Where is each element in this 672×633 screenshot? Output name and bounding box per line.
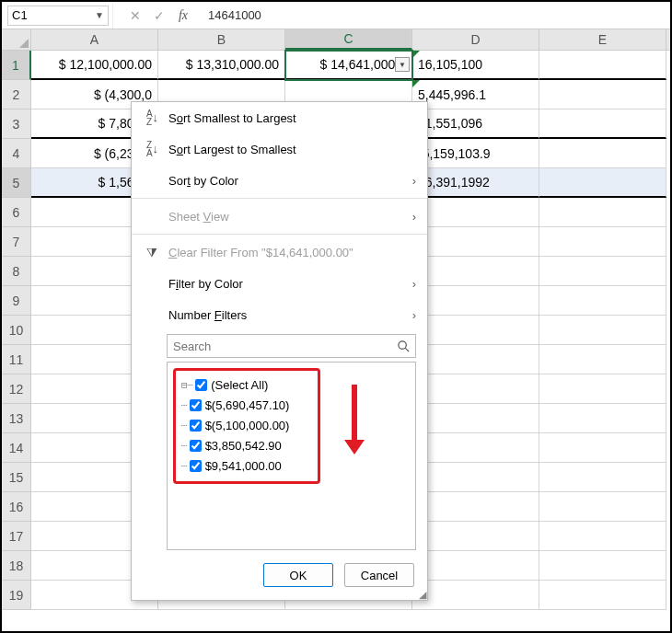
sort-desc[interactable]: ZA↓ Sort Largest to Smallest <box>132 133 427 165</box>
ok-button[interactable]: OK <box>263 563 333 587</box>
cell[interactable] <box>412 286 539 316</box>
checkbox[interactable] <box>190 399 202 411</box>
cell[interactable]: -5,159,103.9 <box>412 139 539 168</box>
cell[interactable] <box>539 227 666 257</box>
cell[interactable]: 16,105,100 <box>412 51 539 80</box>
cell[interactable] <box>539 433 666 463</box>
cell[interactable] <box>539 139 666 168</box>
row-header[interactable]: 14 <box>2 433 31 463</box>
col-header-E[interactable]: E <box>539 29 666 50</box>
cell[interactable]: 5,445,996.1 <box>412 80 539 109</box>
col-header-D[interactable]: D <box>412 29 539 50</box>
separator <box>132 234 427 235</box>
row-header[interactable]: 5 <box>2 168 31 198</box>
cell[interactable]: $ 12,100,000.00 <box>31 51 158 80</box>
cell[interactable] <box>412 227 539 257</box>
clear-filter: ⧩ Clear Filter From "$14,641,000.00" <box>132 236 427 268</box>
row-header[interactable]: 12 <box>2 374 31 404</box>
cell[interactable] <box>539 198 666 227</box>
sheet-view: Sheet View › <box>132 201 427 232</box>
filter-check-item[interactable]: ┈$3,850,542.90 <box>181 435 310 455</box>
sort-by-color[interactable]: Sort by Color › <box>132 165 427 196</box>
cell[interactable] <box>412 551 539 581</box>
checkbox[interactable] <box>190 440 202 452</box>
cell[interactable]: $ 13,310,000.00 <box>158 51 285 80</box>
col-header-C[interactable]: C <box>285 29 412 50</box>
cell[interactable] <box>412 374 539 404</box>
row-header[interactable]: 11 <box>2 345 31 374</box>
filter-search[interactable] <box>167 334 416 358</box>
cell[interactable] <box>539 374 666 404</box>
row-header[interactable]: 3 <box>2 109 31 139</box>
row-header[interactable]: 10 <box>2 316 31 345</box>
cell[interactable] <box>412 463 539 492</box>
cell[interactable] <box>412 198 539 227</box>
filter-check-item[interactable]: ┈$(5,100,000.00) <box>181 415 310 435</box>
svg-point-0 <box>398 340 405 348</box>
row-header[interactable]: 6 <box>2 198 31 227</box>
row-header[interactable]: 16 <box>2 492 31 522</box>
cell[interactable] <box>539 51 666 80</box>
row-header[interactable]: 13 <box>2 404 31 433</box>
filter-toggle-button[interactable]: ▼ <box>395 57 410 72</box>
filter-values-list[interactable]: ⊟┈(Select All) ┈$(5,690,457.10) ┈$(5,100… <box>167 362 416 550</box>
cell[interactable] <box>539 345 666 374</box>
cell[interactable] <box>539 168 666 198</box>
row-header[interactable]: 1 <box>2 51 31 80</box>
filter-search-input[interactable] <box>168 340 391 353</box>
cell[interactable] <box>539 463 666 492</box>
row-header[interactable]: 2 <box>2 80 31 109</box>
checkbox[interactable] <box>195 379 207 391</box>
checkbox[interactable] <box>190 460 202 472</box>
cell[interactable] <box>539 551 666 581</box>
cell[interactable] <box>539 316 666 345</box>
data-row: 1$ 12,100,000.00$ 13,310,000.00$ 14,641,… <box>2 51 670 80</box>
number-filters[interactable]: Number Filters › <box>132 299 427 330</box>
col-header-B[interactable]: B <box>158 29 285 50</box>
formula-input[interactable]: 14641000 <box>195 8 670 22</box>
checkbox[interactable] <box>190 420 202 432</box>
cell[interactable] <box>412 257 539 286</box>
cell[interactable] <box>539 257 666 286</box>
cell[interactable] <box>412 492 539 522</box>
cell[interactable] <box>412 404 539 433</box>
filter-by-color[interactable]: Filter by Color › <box>132 268 427 299</box>
row-header[interactable]: 9 <box>2 286 31 316</box>
cell[interactable]: 16,391,1992 <box>412 168 539 198</box>
cell[interactable] <box>412 433 539 463</box>
row-header[interactable]: 18 <box>2 551 31 581</box>
cell[interactable]: $ 14,641,000.0▼ <box>285 51 412 80</box>
filter-check-item[interactable]: ┈$(5,690,457.10) <box>181 395 310 415</box>
sort-asc[interactable]: AZ↓ Sort Smallest to Largest <box>132 102 427 133</box>
cell[interactable] <box>539 109 666 139</box>
cancel-button[interactable]: Cancel <box>344 563 414 587</box>
cell[interactable]: 21,551,096 <box>412 109 539 139</box>
filter-check-label: $(5,690,457.10) <box>205 398 290 412</box>
cell[interactable] <box>539 522 666 551</box>
cell[interactable] <box>539 492 666 522</box>
resize-grip[interactable]: ◢ <box>419 592 424 597</box>
cell[interactable] <box>412 581 539 610</box>
fx-icon[interactable]: fx <box>171 4 195 28</box>
cell[interactable] <box>539 581 666 610</box>
row-header[interactable]: 17 <box>2 522 31 551</box>
cell[interactable] <box>412 522 539 551</box>
col-header-A[interactable]: A <box>31 29 158 50</box>
search-icon[interactable] <box>391 340 415 353</box>
cell[interactable] <box>539 286 666 316</box>
filter-dropdown: AZ↓ Sort Smallest to Largest ZA↓ Sort La… <box>131 101 428 601</box>
cell[interactable] <box>412 345 539 374</box>
chevron-down-icon[interactable]: ▼ <box>95 10 104 20</box>
cell[interactable] <box>539 404 666 433</box>
row-header[interactable]: 4 <box>2 139 31 168</box>
cell[interactable] <box>412 316 539 345</box>
row-header[interactable]: 7 <box>2 227 31 257</box>
row-header[interactable]: 19 <box>2 581 31 610</box>
row-header[interactable]: 8 <box>2 257 31 286</box>
name-box[interactable]: C1 ▼ <box>7 6 109 26</box>
filter-check-item[interactable]: ┈$9,541,000.00 <box>181 455 310 476</box>
filter-check-item[interactable]: ⊟┈(Select All) <box>181 374 310 395</box>
select-all-corner[interactable] <box>2 29 31 50</box>
row-header[interactable]: 15 <box>2 463 31 492</box>
cell[interactable] <box>539 80 666 109</box>
